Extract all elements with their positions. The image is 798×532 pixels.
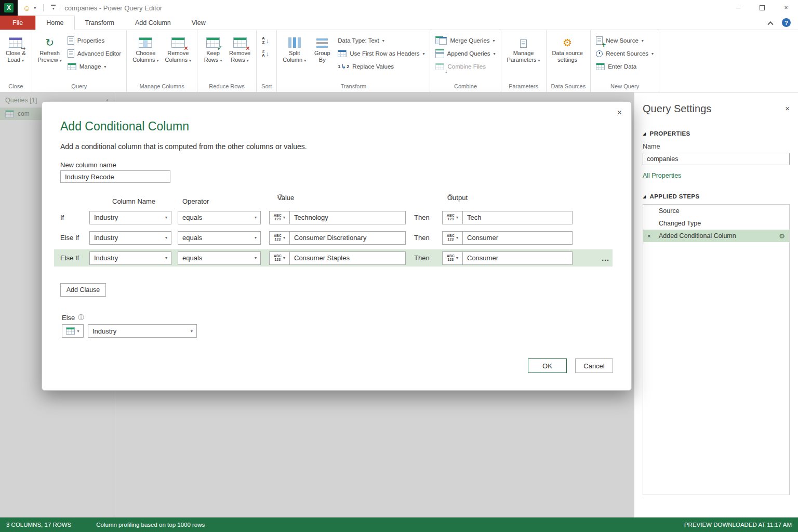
query-name-input[interactable] xyxy=(643,153,790,165)
properties-button[interactable]: Properties xyxy=(65,35,107,46)
output-type-button[interactable]: ABC123▾ xyxy=(442,231,463,245)
recent-sources-button[interactable]: Recent Sources ▾ xyxy=(593,48,656,59)
collapse-ribbon-icon[interactable] xyxy=(767,21,773,27)
delete-step-icon[interactable]: × xyxy=(647,233,659,239)
step-source[interactable]: Source xyxy=(643,205,789,217)
close-and-load-button[interactable]: ↪ Close &Load ▾ xyxy=(3,31,29,65)
column-dropdown[interactable]: Industry▾ xyxy=(89,211,171,224)
column-dropdown[interactable]: Industry▾ xyxy=(89,251,171,265)
ribbon-group-sort: AZ ↓ ZA ↓ Sort xyxy=(257,30,277,92)
enter-data-button[interactable]: Enter Data xyxy=(593,61,639,72)
applied-steps-section-header[interactable]: ◢ APPLIED STEPS xyxy=(643,193,790,200)
keep-rows-icon: ✓ xyxy=(206,34,220,48)
condition-row-if: If Industry▾ equals▾ ABC123▾ Then ABC123… xyxy=(54,209,613,226)
merge-queries-button[interactable]: Merge Queries ▾ xyxy=(433,35,497,46)
value-type-button[interactable]: ABC123▾ xyxy=(269,211,290,224)
feedback-smiley-icon[interactable]: ☺ xyxy=(23,4,31,12)
operator-dropdown[interactable]: equals▾ xyxy=(178,251,261,265)
status-profiling[interactable]: Column profiling based on top 1000 rows xyxy=(96,522,205,528)
then-label: Then xyxy=(414,254,434,262)
else-value-dropdown[interactable]: Industry ▾ xyxy=(88,324,197,338)
caret-icon: ▾ xyxy=(642,38,644,43)
output-type-button[interactable]: ABC123▾ xyxy=(442,211,463,224)
else-type-button[interactable]: ▾ xyxy=(62,324,84,338)
use-first-row-as-headers-button[interactable]: Use First Row as Headers ▾ xyxy=(335,48,427,59)
minimize-button[interactable]: ─ xyxy=(726,0,750,16)
new-column-name-input[interactable] xyxy=(60,170,170,183)
step-added-conditional-column[interactable]: × Added Conditional Column ⚙ xyxy=(643,230,789,242)
new-source-button[interactable]: + New Source ▾ xyxy=(593,35,646,46)
column-dropdown[interactable]: Industry▾ xyxy=(89,231,171,245)
split-column-button[interactable]: SplitColumn ▾ xyxy=(280,31,309,65)
output-input[interactable] xyxy=(462,231,573,245)
dialog-close-button[interactable]: × xyxy=(617,108,622,117)
choose-columns-button[interactable]: ChooseColumns ▾ xyxy=(129,31,162,65)
tab-add-column[interactable]: Add Column xyxy=(125,16,181,30)
properties-section-header[interactable]: ◢ PROPERTIES xyxy=(643,130,790,137)
add-clause-button[interactable]: Add Clause xyxy=(60,283,106,297)
group-by-icon xyxy=(316,34,328,48)
group-label-parameters: Parameters xyxy=(504,82,543,92)
group-label-combine: Combine xyxy=(433,82,498,92)
window-controls: ─ × xyxy=(726,0,798,16)
sort-descending-button[interactable]: ZA ↓ xyxy=(259,48,272,59)
info-icon: ⓘ xyxy=(78,313,84,322)
caret-icon[interactable]: ▾ xyxy=(34,6,36,10)
close-button[interactable]: × xyxy=(774,0,798,16)
ok-button[interactable]: OK xyxy=(528,358,567,373)
append-queries-button[interactable]: Append Queries ▾ xyxy=(433,48,498,59)
else-controls: ▾ Industry ▾ xyxy=(62,324,197,338)
refresh-preview-button[interactable]: ↻ RefreshPreview ▾ xyxy=(35,31,65,65)
help-icon[interactable]: ? xyxy=(782,18,791,27)
query-settings-close-button[interactable]: × xyxy=(785,104,790,113)
name-label: Name xyxy=(643,143,790,150)
remove-columns-button[interactable]: × RemoveColumns ▾ xyxy=(162,31,194,65)
caret-icon: ▾ xyxy=(283,235,285,240)
caret-icon: ▾ xyxy=(165,215,167,220)
tab-home[interactable]: Home xyxy=(35,16,74,30)
manage-button[interactable]: Manage ▾ xyxy=(65,61,109,72)
group-label-new-query: New Query xyxy=(593,82,656,92)
value-type-button[interactable]: ABC123▾ xyxy=(269,251,290,265)
caret-icon: ▾ xyxy=(220,58,222,63)
caret-icon: ▾ xyxy=(52,6,55,11)
then-label: Then xyxy=(414,214,434,221)
advanced-editor-button[interactable]: Advanced Editor xyxy=(65,48,124,59)
remove-rows-button[interactable]: × RemoveRows ▾ xyxy=(226,31,254,65)
caret-icon: ▾ xyxy=(304,58,306,63)
tab-transform[interactable]: Transform xyxy=(75,16,125,30)
value-input[interactable] xyxy=(289,231,406,245)
new-column-name-label: New column name xyxy=(60,161,116,169)
operator-dropdown[interactable]: equals▾ xyxy=(178,211,261,224)
all-properties-link[interactable]: All Properties xyxy=(643,172,681,179)
tab-view[interactable]: View xyxy=(181,16,216,30)
output-input[interactable] xyxy=(462,211,573,224)
abc123-icon: ABC123 xyxy=(274,255,282,261)
manage-parameters-button[interactable]: ManageParameters ▾ xyxy=(504,31,543,65)
caret-icon: ▾ xyxy=(456,235,458,240)
sort-ascending-button[interactable]: AZ ↓ xyxy=(259,35,272,46)
data-type-button[interactable]: Data Type: Text ▾ xyxy=(335,35,387,46)
applied-steps-list: Source Changed Type × Added Conditional … xyxy=(643,204,790,495)
operator-dropdown[interactable]: equals▾ xyxy=(178,231,261,245)
output-input[interactable] xyxy=(462,251,573,265)
maximize-button[interactable] xyxy=(750,0,774,16)
step-changed-type[interactable]: Changed Type xyxy=(643,217,789,230)
keep-rows-button[interactable]: ✓ KeepRows ▾ xyxy=(200,31,226,65)
row-prefix: Else If xyxy=(60,234,89,242)
cancel-button[interactable]: Cancel xyxy=(575,358,613,373)
value-input[interactable] xyxy=(289,251,406,265)
customize-toolbar-icon[interactable]: ▾ xyxy=(51,5,56,11)
group-by-button[interactable]: GroupBy xyxy=(309,31,335,64)
data-source-settings-button[interactable]: ⚙ Data sourcesettings xyxy=(549,31,586,64)
output-type-button[interactable]: ABC123▾ xyxy=(442,251,463,265)
step-settings-gear-icon[interactable]: ⚙ xyxy=(779,232,785,240)
more-options-button[interactable]: ... xyxy=(602,254,609,262)
caret-icon: ▾ xyxy=(382,38,384,43)
value-type-button[interactable]: ABC123▾ xyxy=(269,231,290,245)
value-input[interactable] xyxy=(289,211,406,224)
replace-values-button[interactable]: 1↳2 Replace Values xyxy=(335,61,396,72)
group-label-manage-columns: Manage Columns xyxy=(129,82,194,92)
replace-values-icon: 1↳2 xyxy=(338,63,349,70)
tab-file[interactable]: File xyxy=(0,16,35,30)
